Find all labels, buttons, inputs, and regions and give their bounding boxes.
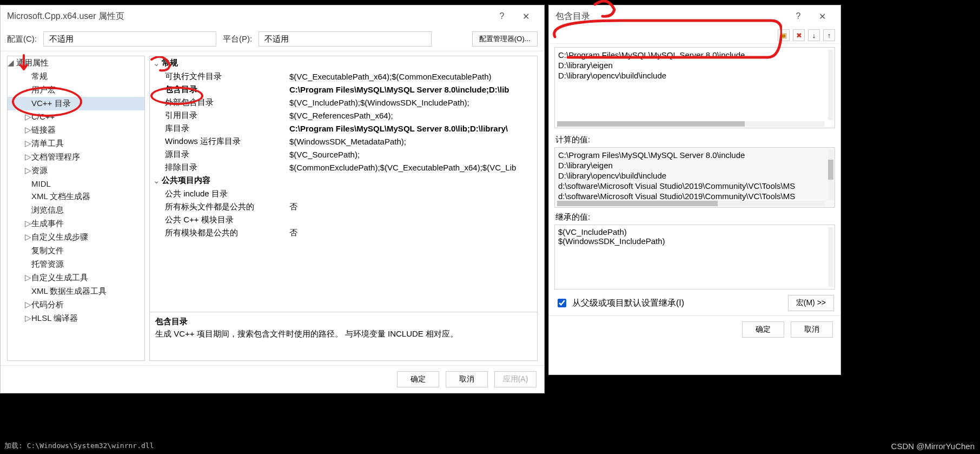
v-scrollbar[interactable] <box>828 50 833 120</box>
property-row[interactable]: 可执行文件目录$(VC_ExecutablePath_x64);$(Common… <box>150 70 537 83</box>
tree-item[interactable]: ▷代码分析 <box>8 298 144 312</box>
delete-icon[interactable]: ✖ <box>793 29 805 41</box>
help-icon[interactable]: ? <box>490 11 514 21</box>
property-value[interactable]: 否 <box>289 202 537 212</box>
category-tree[interactable]: ◢ 通用属性 常规用户宏VC++ 目录▷C/C++▷链接器▷清单工具▷文档管理程… <box>7 56 145 361</box>
list-item[interactable]: C:\Program Files\MySQL\MySQL Server 8.0\… <box>558 50 831 60</box>
property-row[interactable]: 引用目录$(VC_ReferencesPath_x64); <box>150 109 537 122</box>
property-row[interactable]: 包含目录C:\Program Files\MySQL\MySQL Server … <box>150 83 537 96</box>
property-page-window: Microsoft.Cpp.x64.user 属性页 ? ✕ 配置(C): 不适… <box>0 5 545 393</box>
tree-item[interactable]: 浏览信息 <box>8 203 144 217</box>
tree-root[interactable]: ◢ 通用属性 <box>8 56 144 70</box>
platform-value: 不适用 <box>264 34 289 43</box>
property-value[interactable]: C:\Program Files\MySQL\MySQL Server 8.0\… <box>289 124 537 133</box>
new-folder-icon[interactable]: ▣ <box>778 29 790 41</box>
inherit-checkbox[interactable] <box>558 299 566 307</box>
ok-button[interactable]: 确定 <box>397 371 439 387</box>
list-item[interactable]: d:\software\Microsoft Visual Studio\2019… <box>558 191 831 201</box>
property-row[interactable]: 所有标头文件都是公共的否 <box>150 200 537 213</box>
list-item[interactable]: $(VC_IncludePath) <box>558 227 831 236</box>
list-item[interactable]: C:\Program Files\MySQL\MySQL Server 8.0\… <box>558 150 831 160</box>
platform-combo[interactable]: 不适用 <box>259 31 432 47</box>
tree-item[interactable]: ▷生成事件 <box>8 217 144 231</box>
tree-item[interactable]: ▷C/C++ <box>8 110 144 123</box>
v-scrollbar[interactable] <box>828 227 833 287</box>
collapse-icon[interactable]: ⌄ <box>153 176 162 186</box>
property-row[interactable]: 外部包含目录$(VC_IncludePath);$(WindowsSDK_Inc… <box>150 96 537 109</box>
property-value[interactable]: $(CommonExcludePath);$(VC_ExecutablePath… <box>289 163 537 172</box>
property-row[interactable]: 公共 include 目录 <box>150 187 537 200</box>
move-down-icon[interactable]: ↓ <box>808 29 820 41</box>
property-value[interactable]: C:\Program Files\MySQL\MySQL Server 8.0\… <box>289 85 537 94</box>
cancel-button[interactable]: 取消 <box>791 321 833 338</box>
close-icon[interactable]: ✕ <box>810 11 834 22</box>
list-item[interactable]: $(WindowsSDK_IncludePath) <box>558 236 831 246</box>
category-general[interactable]: ⌄ 常规 <box>150 56 537 70</box>
expand-icon[interactable]: ▷ <box>25 300 31 310</box>
property-name: Windows 运行库目录 <box>150 136 289 147</box>
config-combo[interactable]: 不适用 <box>43 31 216 47</box>
tree-item[interactable]: XML 文档生成器 <box>8 190 144 203</box>
computed-label: 计算的值: <box>549 131 840 146</box>
tree-item[interactable]: 托管资源 <box>8 258 144 271</box>
list-item[interactable]: D:\library\opencv\build\include <box>558 70 831 81</box>
tree-item[interactable]: ▷链接器 <box>8 123 144 137</box>
list-item[interactable]: D:\library\eigen <box>558 60 831 70</box>
tree-item[interactable]: XML 数据生成器工具 <box>8 285 144 298</box>
expand-icon[interactable]: ▷ <box>25 273 31 282</box>
expand-icon[interactable]: ▷ <box>25 125 31 135</box>
move-up-icon[interactable]: ↑ <box>823 29 835 41</box>
property-row[interactable]: 所有模块都是公共的否 <box>150 226 537 239</box>
collapse-icon[interactable]: ⌄ <box>153 58 162 68</box>
tree-item[interactable]: ▷清单工具 <box>8 137 144 150</box>
property-row[interactable]: 排除目录$(CommonExcludePath);$(VC_Executable… <box>150 161 537 174</box>
property-value[interactable]: $(VC_ExecutablePath_x64);$(CommonExecuta… <box>289 72 537 81</box>
list-item[interactable]: D:\library\opencv\build\include <box>558 170 831 181</box>
property-row[interactable]: 公共 C++ 模块目录 <box>150 213 537 226</box>
help-icon[interactable]: ? <box>786 11 810 21</box>
h-scrollbar[interactable] <box>557 121 825 127</box>
titlebar[interactable]: Microsoft.Cpp.x64.user 属性页 ? ✕ <box>1 5 544 27</box>
collapse-icon[interactable]: ◢ <box>8 58 14 68</box>
tree-item[interactable]: ▷自定义生成工具 <box>8 271 144 285</box>
close-icon[interactable]: ✕ <box>514 11 538 22</box>
tree-item[interactable]: VC++ 目录 <box>8 97 144 110</box>
tree-item[interactable]: 常规 <box>8 70 144 83</box>
paths-listbox[interactable]: C:\Program Files\MySQL\MySQL Server 8.0\… <box>554 47 835 128</box>
tree-item[interactable]: ▷文档管理程序 <box>8 150 144 164</box>
property-value[interactable]: $(WindowsSDK_MetadataPath); <box>289 137 537 146</box>
property-row[interactable]: Windows 运行库目录$(WindowsSDK_MetadataPath); <box>150 135 537 148</box>
dialog-titlebar[interactable]: 包含目录 ? ✕ <box>549 5 840 27</box>
expand-icon[interactable]: ▷ <box>25 313 31 323</box>
tree-item[interactable]: 复制文件 <box>8 244 144 258</box>
tree-item[interactable]: 用户宏 <box>8 83 144 97</box>
h-scrollbar[interactable] <box>557 201 825 206</box>
list-item[interactable]: D:\library\eigen <box>558 160 831 170</box>
tree-item[interactable]: ▷自定义生成步骤 <box>8 231 144 244</box>
tree-item[interactable]: ▷资源 <box>8 164 144 177</box>
expand-icon[interactable]: ▷ <box>25 232 31 242</box>
list-item[interactable]: d:\software\Microsoft Visual Studio\2019… <box>558 181 831 191</box>
property-value[interactable]: $(VC_SourcePath); <box>289 150 537 159</box>
property-value[interactable]: 否 <box>289 228 537 238</box>
expand-icon[interactable]: ▷ <box>25 112 31 122</box>
tree-item[interactable]: MIDL <box>8 177 144 190</box>
expand-icon[interactable]: ▷ <box>25 152 31 162</box>
cancel-button[interactable]: 取消 <box>446 371 488 387</box>
property-value[interactable]: $(VC_ReferencesPath_x64); <box>289 111 537 120</box>
inherited-label: 继承的值: <box>549 209 840 223</box>
macros-button[interactable]: 宏(M) >> <box>788 295 834 311</box>
expand-icon[interactable]: ▷ <box>25 219 31 228</box>
expand-icon[interactable]: ▷ <box>25 166 31 175</box>
expand-icon[interactable]: ▷ <box>25 139 31 148</box>
property-row[interactable]: 库目录C:\Program Files\MySQL\MySQL Server 8… <box>150 122 537 135</box>
property-row[interactable]: 源目录$(VC_SourcePath); <box>150 148 537 161</box>
ok-button[interactable]: 确定 <box>742 321 784 338</box>
v-scrollbar[interactable] <box>828 150 833 200</box>
property-name: 可执行文件目录 <box>150 71 289 82</box>
config-manager-button[interactable]: 配置管理器(O)... <box>472 31 538 47</box>
tree-item[interactable]: ▷HLSL 编译器 <box>8 312 144 325</box>
apply-button[interactable]: 应用(A) <box>494 371 537 387</box>
property-value[interactable]: $(VC_IncludePath);$(WindowsSDK_IncludePa… <box>289 98 537 107</box>
category-public[interactable]: ⌄ 公共项目内容 <box>150 174 537 187</box>
